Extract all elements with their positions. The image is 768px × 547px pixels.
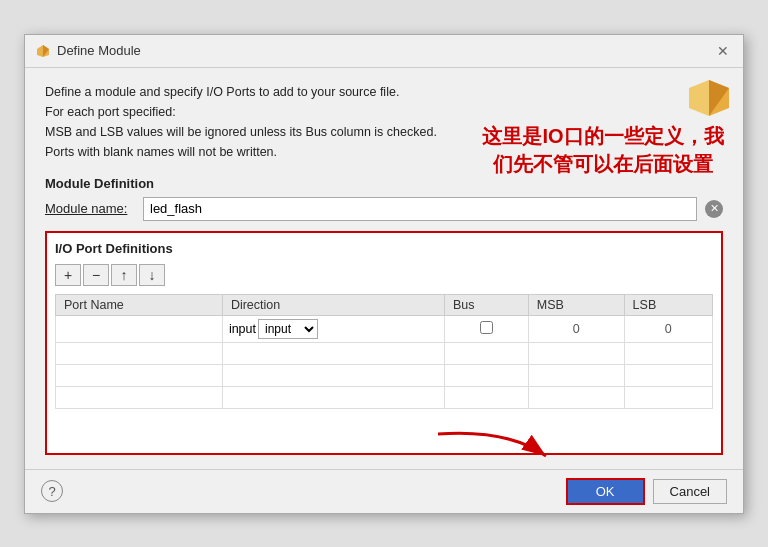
direction-cell: input input output inout [222, 315, 444, 342]
bus-checkbox[interactable] [480, 321, 493, 334]
ok-button[interactable]: OK [566, 478, 645, 505]
bus-cell [444, 315, 528, 342]
define-module-dialog: Define Module ✕ Define a module and spec… [24, 34, 744, 514]
col-msb: MSB [528, 294, 624, 315]
clear-name-button[interactable]: ✕ [705, 200, 723, 218]
leaf-decoration [685, 78, 733, 118]
msb-cell: 0 [528, 315, 624, 342]
io-section-label: I/O Port Definitions [55, 241, 713, 256]
col-bus: Bus [444, 294, 528, 315]
svg-marker-4 [689, 80, 709, 116]
col-direction: Direction [222, 294, 444, 315]
annotation-text: 这里是IO口的一些定义，我们先不管可以在后面设置 [473, 78, 733, 178]
io-port-section: I/O Port Definitions + − ↑ ↓ Port Name D… [45, 231, 723, 455]
move-down-button[interactable]: ↓ [139, 264, 165, 286]
dialog-title: Define Module [57, 43, 141, 58]
col-lsb: LSB [624, 294, 712, 315]
module-definition-label: Module Definition [45, 176, 723, 191]
app-icon [35, 43, 51, 59]
io-ports-table: Port Name Direction Bus MSB LSB input [55, 294, 713, 409]
help-button[interactable]: ? [41, 480, 63, 502]
table-row: input input output inout 0 [56, 315, 713, 342]
remove-port-button[interactable]: − [83, 264, 109, 286]
annotation-label: 这里是IO口的一些定义，我们先不管可以在后面设置 [482, 125, 723, 175]
table-row [56, 342, 713, 364]
close-button[interactable]: ✕ [713, 41, 733, 61]
move-up-button[interactable]: ↑ [111, 264, 137, 286]
table-row [56, 386, 713, 408]
table-row [56, 364, 713, 386]
dialog-footer: ? OK Cancel [25, 469, 743, 513]
footer-buttons: OK Cancel [566, 478, 727, 505]
module-name-label: Module name: [45, 201, 135, 216]
module-definition-section: Module Definition Module name: ✕ [45, 176, 723, 221]
lsb-cell: 0 [624, 315, 712, 342]
port-name-cell [56, 315, 223, 342]
direction-select[interactable]: input output inout [258, 319, 318, 339]
cancel-button[interactable]: Cancel [653, 479, 727, 504]
title-bar: Define Module ✕ [25, 35, 743, 68]
io-toolbar: + − ↑ ↓ [55, 262, 713, 288]
module-name-input[interactable] [143, 197, 697, 221]
col-port-name: Port Name [56, 294, 223, 315]
module-name-row: Module name: ✕ [45, 197, 723, 221]
add-port-button[interactable]: + [55, 264, 81, 286]
direction-value: input [229, 322, 256, 336]
dialog-body: Define a module and specify I/O Ports to… [25, 68, 743, 469]
